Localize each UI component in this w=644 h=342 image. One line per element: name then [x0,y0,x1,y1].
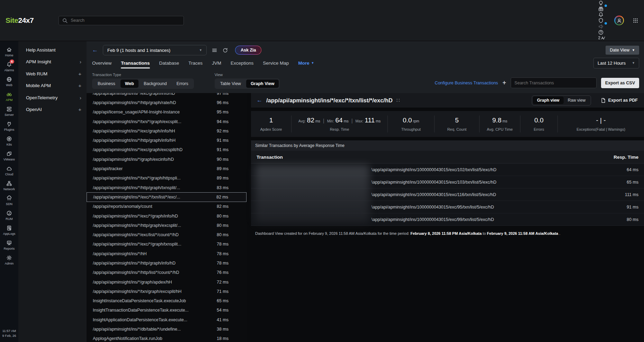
list-menu-icon[interactable] [212,47,217,53]
transaction-type-option[interactable]: Business [93,80,120,88]
transaction-row[interactable]: /app/api/reports/anomaly/count 82 ms [87,202,247,211]
tab[interactable]: JVM [212,61,221,66]
ask-zia-button[interactable]: Ask Zia [235,46,261,55]
rail-item[interactable]: APM [0,89,18,104]
rail-item[interactable]: SDN [0,193,18,208]
date-view-button[interactable]: Date View ▼ [606,46,639,55]
refresh-icon[interactable] [222,47,228,53]
similar-transaction-path: \app/api/apminsight/ins/1000000043015/ex… [372,167,497,172]
rail-item[interactable]: Cloud [0,164,18,178]
global-search-input[interactable] [71,18,180,23]
rail-item[interactable]: Server [0,104,18,119]
tab[interactable]: Traces [188,61,203,66]
sidenav-item[interactable]: Web RUM + [18,68,87,80]
tab[interactable]: Database [159,61,179,66]
transaction-row[interactable]: /app/api/apminsight/ins/*/exc/list/*/cou… [87,230,247,239]
topbar-icon[interactable] [598,6,606,12]
transaction-row[interactable]: /app/api/apminsight/ins/*/http/graph/inf… [87,136,247,145]
apps-grid-icon[interactable] [633,18,638,24]
rail-item[interactable]: Admin [0,253,18,268]
sidenav-affix-icon[interactable]: › [80,95,81,101]
transaction-row[interactable]: /app/api/apminsight/ins/*/http/list/*/co… [87,268,247,277]
transaction-row[interactable]: /app/api/license_usage/APM-Insight-Insta… [87,108,247,117]
transaction-row[interactable]: /app/api/apminsight/ins/*/exc/graph/info… [87,93,247,98]
transaction-row[interactable]: /app/api/apminsight/ins/*/graph/excinfo/… [87,155,247,164]
rail-item[interactable]: RUM [0,208,18,223]
global-search[interactable] [59,16,184,25]
rail-item[interactable]: Network [0,178,18,193]
add-business-transaction-icon[interactable]: + [502,79,506,86]
expand-icon[interactable]: ∷ [396,97,400,103]
time-range-selector[interactable]: Last 12 Hours ▼ [593,58,639,68]
view-option[interactable]: Table View [216,80,245,88]
export-pdf-button[interactable]: Export as PDF [600,98,638,103]
transaction-row[interactable]: /app/api/apminsight/ins/*/txn/graph/excs… [87,287,247,296]
transaction-row[interactable]: ApplogAgentNotificationTask.runJob 18 ms [87,334,247,342]
monitor-selector[interactable]: Feb 9 (1 hosts and 1 instances) ▼ [103,45,207,55]
transaction-type-option[interactable]: Errors [172,80,193,88]
back-icon[interactable]: ← [257,97,262,104]
rail-item[interactable]: Alarms 6 [0,59,18,74]
transaction-row[interactable]: /app/api/tracker 89 ms [87,164,247,173]
export-csv-button[interactable]: Export as CSV [601,78,639,88]
detail-view-option[interactable]: Graph view [533,96,564,104]
transaction-row[interactable]: /app/api/apminsight/ins/*/txn/*/graph/ht… [87,174,247,183]
sidenav-item[interactable]: OpenAI + [18,104,87,116]
similar-transaction-row[interactable]: \app/api/apminsight/ins/1000000043015/ex… [251,188,644,201]
configure-business-transactions-link[interactable]: Configure Business Transactions [435,81,498,85]
transaction-row[interactable]: /app/api/apminsight/ins/*/exc/graph/info… [87,126,247,136]
rail-item[interactable]: Plugins [0,119,18,134]
transaction-row[interactable]: /app/api/apminsight/ins/*/http/graph/rat… [87,98,247,107]
site24x7-logo[interactable]: Site24x7 [6,16,34,25]
transaction-row[interactable]: /app/api/apminsight/ins/*/exc/*/txn/list… [87,192,247,202]
sidenav-affix-icon[interactable]: + [78,71,81,77]
transaction-row[interactable]: /app/api/apminsight/ins/*/exc/*/graph/in… [87,211,247,221]
transaction-row[interactable]: /app/api/apminsight/ins/*/exc/graph/excs… [87,145,247,155]
sidenav-item[interactable]: Help Assistant [18,44,87,56]
transaction-row[interactable]: /app/api/apminsight/ins/*/http/graph/inf… [87,258,247,268]
transaction-row[interactable]: /app/api/apminsight/ins/*/hH 78 ms [87,249,247,258]
topbar-icon[interactable] [598,35,606,41]
back-icon[interactable]: ← [92,47,98,54]
transaction-name: /app/api/apminsight/ins/*/http/list/*/co… [93,270,179,275]
transaction-type-option[interactable]: Background [139,80,171,88]
tab-more[interactable]: More ▼ [298,61,314,66]
sidenav-item[interactable]: APM Insight › [18,56,87,68]
transaction-row[interactable]: /app/api/apminsight/ins/*/graph/apdex/hH… [87,277,247,287]
topbar-icon[interactable] [598,24,606,29]
transaction-row[interactable]: /app/api/apminsight/ins/*/exc/*/graph/tx… [87,240,247,249]
topbar-icon[interactable] [598,29,606,35]
rail-item[interactable]: Web [0,74,18,89]
similar-transaction-row[interactable]: \app/api/apminsight/ins/1000000043015/ex… [251,176,644,188]
similar-transaction-row[interactable]: \app/api/apminsight/ins/1000000043015/ex… [251,164,644,176]
sidenav-affix-icon[interactable]: › [80,59,81,65]
tab[interactable]: Overview [92,61,111,66]
sidenav-item[interactable]: Mobile APM + [18,80,87,92]
transaction-row[interactable]: InsightApplicationDataPersistenceTask.ex… [87,315,247,324]
topbar-icon[interactable] [598,12,606,18]
tab[interactable]: Transactions [121,61,150,66]
search-transactions-input[interactable] [511,77,597,88]
transaction-row[interactable]: InsightInstanceDataPersistenceTask.execu… [87,296,247,306]
tab[interactable]: Exceptions [231,61,253,66]
transaction-row[interactable]: /app/api/apminsight/ins/*/http/graph/exc… [87,221,247,230]
rail-item[interactable]: VMware [0,149,18,164]
transaction-type-option[interactable]: Web [120,80,138,88]
tab[interactable]: Service Map [263,61,289,66]
rail-item[interactable]: AppLogs [0,223,18,238]
user-avatar[interactable] [614,16,624,25]
transaction-row[interactable]: /app/api/apminsight/ins/*/db/table/*/und… [87,324,247,334]
similar-transaction-row[interactable]: \app/api/apminsight/ins/1000000043015/ex… [251,213,644,226]
rail-item[interactable]: Home [0,45,18,59]
transaction-row[interactable]: /app/api/apminsight/ins/*/http/graph/txn… [87,183,247,192]
detail-view-option[interactable]: Raw view [564,96,590,104]
similar-transaction-row[interactable]: \app/api/apminsight/ins/1000000043015/ex… [251,201,644,213]
transaction-row[interactable]: /app/api/apminsight/ins/*/txn/*/graph/ex… [87,117,247,126]
view-option[interactable]: Graph View [246,80,279,88]
sidenav-item[interactable]: OpenTelemetry › [18,92,87,104]
rail-item[interactable]: Reports [0,238,18,253]
rail-item[interactable]: K8s [0,134,18,149]
sidenav-affix-icon[interactable]: + [78,107,81,112]
sidenav-affix-icon[interactable]: + [78,83,81,89]
transaction-row[interactable]: InsightTransactionDataPersistenceTask.ex… [87,306,247,315]
